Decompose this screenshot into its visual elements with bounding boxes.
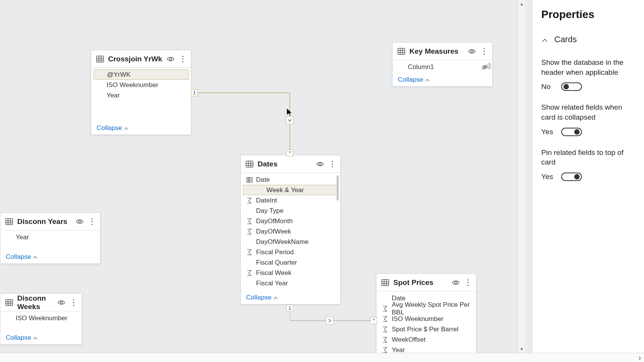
scrollbar-thumb[interactable] — [488, 63, 491, 69]
properties-panel: Properties Cards Show the database in th… — [533, 0, 644, 353]
field-row[interactable]: Day Type — [241, 206, 340, 216]
field-row[interactable]: DayOfWeek — [241, 226, 340, 237]
field-row[interactable]: Avg Weekly Spot Price Per BBL — [376, 303, 476, 314]
field-row[interactable]: Fiscal Week — [241, 268, 340, 278]
filter-direction-icon — [326, 317, 334, 324]
status-bar: › — [0, 353, 644, 362]
field-row[interactable]: WeekOffset — [376, 334, 476, 345]
field-row[interactable]: DateInt — [241, 195, 340, 206]
field-row[interactable]: Year — [376, 345, 476, 353]
blank-icon — [398, 64, 405, 71]
toggle-pin-related[interactable] — [561, 173, 582, 181]
kebab-icon[interactable] — [464, 278, 472, 287]
field-label: Week & Year — [266, 186, 336, 194]
table-disconn-years[interactable]: Disconn Years Year Collapse — [0, 212, 100, 264]
field-row[interactable]: Fiscal Quarter — [241, 257, 340, 268]
table-title: Key Measures — [409, 47, 464, 56]
eye-icon[interactable] — [166, 55, 175, 63]
collapse-link[interactable]: Collapse — [241, 291, 340, 304]
kebab-icon[interactable] — [328, 160, 337, 168]
field-row[interactable]: Week & Year — [243, 185, 338, 195]
field-row[interactable]: ISO Weeknumber — [0, 313, 82, 323]
scroll-down-icon[interactable]: ▾ — [518, 345, 525, 353]
table-title: Spot Prices — [393, 278, 448, 287]
table-icon — [245, 160, 254, 168]
toggle-show-related[interactable] — [561, 128, 582, 136]
field-row[interactable]: Year — [0, 232, 100, 242]
field-row[interactable]: Year — [91, 90, 191, 100]
field-row[interactable]: ISO Weeknumber — [91, 80, 191, 90]
table-crossjoin-yrwk[interactable]: Crossjoin YrWk @YrWKISO WeeknumberYear C… — [91, 50, 191, 135]
field-label: Fiscal Week — [256, 269, 337, 277]
field-label: Fiscal Period — [256, 248, 337, 256]
mouse-cursor — [287, 108, 293, 117]
sigma-icon — [382, 347, 389, 353]
eye-icon[interactable] — [57, 298, 66, 307]
sigma-icon — [382, 326, 389, 333]
field-row[interactable]: Date — [241, 174, 340, 185]
cardinality-many: * — [370, 317, 377, 324]
sigma-icon — [246, 197, 253, 204]
field-row[interactable]: DayOfWeekName — [241, 237, 340, 247]
collapse-link[interactable]: Collapse — [91, 122, 191, 135]
field-row[interactable]: DayOfMonth — [241, 216, 340, 226]
eye-icon[interactable] — [452, 278, 460, 287]
field-label: ISO Weeknumber — [392, 315, 472, 323]
prop-show-related: Show related fields when card is collaps… — [541, 102, 636, 136]
sigma-icon — [246, 218, 253, 225]
field-row[interactable]: Fiscal Year — [241, 278, 340, 288]
blank-icon — [6, 315, 13, 322]
field-label: Column1 — [408, 63, 478, 71]
model-canvas[interactable]: 1 * 1 * Crossjoin YrWk @YrWKISO Weeknumb… — [0, 0, 525, 353]
cardinality-one: 1 — [286, 305, 293, 312]
kebab-icon[interactable] — [179, 55, 187, 63]
blank-icon — [382, 295, 389, 302]
blank-icon — [256, 187, 263, 194]
eye-off-icon[interactable] — [481, 64, 488, 71]
blank-icon — [246, 239, 253, 245]
table-title: Disconn Weeks — [17, 294, 53, 311]
table-dates[interactable]: Dates DateWeek & YearDateIntDay TypeDayO… — [240, 155, 341, 304]
sigma-icon — [246, 249, 253, 256]
field-row[interactable]: ISO Weeknumber — [376, 314, 476, 324]
field-label: Year — [107, 92, 187, 99]
field-row[interactable]: Spot Price $ Per Barrel — [376, 324, 476, 334]
scroll-right-icon[interactable]: › — [639, 354, 641, 362]
vertical-scrollbar[interactable]: ▴ ▾ — [518, 0, 525, 353]
field-row[interactable]: @YrWK — [94, 69, 189, 80]
table-title: Disconn Years — [17, 217, 72, 226]
blank-icon — [246, 280, 253, 287]
collapse-link[interactable]: Collapse — [0, 331, 82, 344]
properties-title: Properties — [541, 8, 636, 21]
kebab-icon[interactable] — [69, 298, 78, 307]
table-icon — [5, 298, 13, 307]
collapse-link[interactable]: Collapse — [393, 73, 492, 86]
table-key-measures[interactable]: Key Measures Column1 Collapse — [392, 42, 493, 87]
eye-icon[interactable] — [76, 217, 84, 226]
field-label: Fiscal Year — [256, 280, 337, 287]
scroll-up-icon[interactable]: ▴ — [518, 0, 525, 8]
sigma-icon — [246, 270, 253, 276]
kebab-icon[interactable] — [480, 47, 488, 56]
table-spot-prices[interactable]: Spot Prices DateAvg Weekly Spot Price Pe… — [376, 273, 476, 353]
sigma-icon — [382, 305, 389, 312]
field-label: ISO Weeknumber — [16, 314, 78, 322]
eye-icon[interactable] — [316, 160, 324, 168]
field-row[interactable]: Column1 — [393, 62, 492, 72]
hierarchy-icon — [246, 176, 253, 183]
field-label: WeekOffset — [392, 336, 472, 344]
scrollbar-thumb[interactable] — [337, 175, 339, 201]
field-row[interactable]: Fiscal Period — [241, 247, 340, 257]
prop-pin-related: Pin related fields to top of card Yes — [541, 148, 636, 181]
field-label: Fiscal Quarter — [256, 259, 337, 267]
eye-icon[interactable] — [468, 47, 476, 56]
table-title: Crossjoin YrWk — [108, 55, 163, 63]
sigma-icon — [382, 336, 389, 343]
toggle-show-database[interactable] — [561, 82, 582, 91]
field-label: DayOfWeekName — [256, 238, 337, 246]
cards-section-header[interactable]: Cards — [541, 35, 636, 44]
sigma-icon — [246, 228, 253, 235]
table-disconn-weeks[interactable]: Disconn Weeks ISO Weeknumber Collapse — [0, 293, 82, 345]
kebab-icon[interactable] — [88, 217, 96, 226]
collapse-link[interactable]: Collapse — [0, 250, 100, 263]
